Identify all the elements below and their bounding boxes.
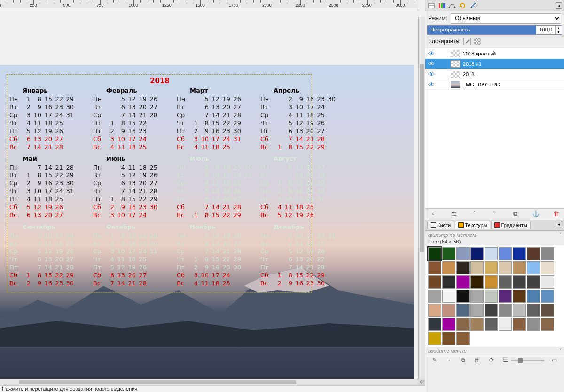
texture-swatch[interactable] xyxy=(456,332,470,345)
enter-tags-dropdown-icon[interactable]: ˅ xyxy=(558,348,561,354)
view-list-icon[interactable]: ☰ xyxy=(502,357,509,364)
texture-swatch[interactable] xyxy=(442,304,455,317)
channels-tab-icon[interactable] xyxy=(438,1,446,10)
delete-layer-icon[interactable]: 🗑 xyxy=(552,210,560,219)
filter-tags-input[interactable]: фильтр по меткам xyxy=(428,232,476,238)
texture-swatch[interactable] xyxy=(485,247,498,260)
texture-swatch[interactable] xyxy=(485,275,498,289)
texture-swatch[interactable] xyxy=(470,304,484,317)
opacity-slider[interactable]: Непрозрачность 100,0 ▲▼ xyxy=(427,25,562,35)
texture-swatch[interactable] xyxy=(456,290,470,303)
texture-swatch[interactable] xyxy=(456,275,470,289)
texture-swatch[interactable] xyxy=(499,261,512,274)
scrollbar-vertical[interactable] xyxy=(418,17,425,379)
texture-swatch[interactable] xyxy=(428,318,441,331)
resource-tab[interactable]: Текстуры xyxy=(455,221,490,229)
texture-swatch[interactable] xyxy=(513,247,526,260)
texture-swatch[interactable] xyxy=(442,318,455,331)
texture-swatch[interactable] xyxy=(470,318,484,331)
anchor-layer-icon[interactable]: ⚓ xyxy=(532,210,540,219)
texture-swatch[interactable] xyxy=(470,247,484,260)
texture-swatch[interactable] xyxy=(499,290,512,303)
texture-swatch[interactable] xyxy=(442,247,455,260)
blend-mode-select[interactable]: Обычный xyxy=(451,13,561,24)
resource-tab[interactable]: Кисти xyxy=(427,221,454,229)
edit-resource-icon[interactable]: ✎ xyxy=(431,357,439,364)
visibility-eye-icon[interactable]: 👁 xyxy=(428,81,436,88)
duplicate-resource-icon[interactable]: ⧉ xyxy=(459,357,467,364)
texture-swatch[interactable] xyxy=(442,261,455,274)
texture-swatch[interactable] xyxy=(527,290,540,303)
texture-swatch[interactable] xyxy=(499,247,512,260)
texture-swatch[interactable] xyxy=(456,247,470,260)
layers-tab-icon[interactable] xyxy=(427,1,436,10)
texture-swatch[interactable] xyxy=(513,290,526,303)
layer-row[interactable]: 👁2018 xyxy=(425,69,564,79)
texture-swatch[interactable] xyxy=(428,275,441,289)
navigation-corner-icon[interactable]: ✥ xyxy=(418,379,425,385)
texture-swatch[interactable] xyxy=(442,332,455,345)
new-layer-icon[interactable]: ▫ xyxy=(429,210,438,219)
texture-swatch[interactable] xyxy=(527,261,540,274)
texture-swatch[interactable] xyxy=(541,275,554,289)
delete-resource-icon[interactable]: 🗑 xyxy=(473,357,481,364)
resource-menu-icon[interactable]: ◂ xyxy=(556,221,562,227)
texture-swatch[interactable] xyxy=(485,290,498,303)
texture-swatch[interactable] xyxy=(499,318,512,331)
lock-alpha-icon[interactable] xyxy=(474,38,481,45)
layer-row[interactable]: 👁2018 красный xyxy=(425,48,564,59)
texture-swatch[interactable] xyxy=(456,318,470,331)
layer-row[interactable]: 👁2018 #1 xyxy=(425,59,564,69)
texture-swatch[interactable] xyxy=(513,318,526,331)
texture-swatch[interactable] xyxy=(470,275,484,289)
texture-swatch[interactable] xyxy=(527,247,540,260)
visibility-eye-icon[interactable]: 👁 xyxy=(428,60,436,68)
texture-swatch[interactable] xyxy=(541,318,554,331)
visibility-eye-icon[interactable]: 👁 xyxy=(428,71,436,78)
scrollbar-horizontal[interactable] xyxy=(0,379,418,385)
texture-swatch[interactable] xyxy=(456,304,470,317)
visibility-eye-icon[interactable]: 👁 xyxy=(428,50,436,57)
dock-menu-icon[interactable]: ◂ xyxy=(556,2,562,9)
texture-swatch[interactable] xyxy=(470,290,484,303)
lock-pixels-icon[interactable] xyxy=(463,38,471,45)
filter-dropdown-icon[interactable]: ˅ xyxy=(558,232,561,238)
brush-tab-icon[interactable] xyxy=(469,1,477,10)
layer-group-icon[interactable]: 🗀 xyxy=(450,210,458,219)
texture-swatch[interactable] xyxy=(485,304,498,317)
open-as-image-icon[interactable]: ▭ xyxy=(551,357,558,364)
lower-layer-icon[interactable]: ˅ xyxy=(491,210,499,219)
texture-swatch[interactable] xyxy=(541,247,554,260)
texture-swatch[interactable] xyxy=(513,261,526,274)
zoom-slider[interactable] xyxy=(511,360,544,361)
texture-swatch[interactable] xyxy=(527,318,540,331)
texture-swatch[interactable] xyxy=(499,275,512,289)
texture-swatch[interactable] xyxy=(541,304,554,317)
texture-swatch[interactable] xyxy=(485,318,498,331)
layer-row[interactable]: 👁_MG_1091.JPG xyxy=(425,79,564,90)
paths-tab-icon[interactable] xyxy=(448,1,456,10)
texture-swatch[interactable] xyxy=(442,275,455,289)
texture-swatch[interactable] xyxy=(442,290,455,303)
texture-swatch[interactable] xyxy=(485,261,498,274)
texture-swatch[interactable] xyxy=(470,261,484,274)
texture-swatch[interactable] xyxy=(428,290,441,303)
texture-swatch[interactable] xyxy=(428,261,441,274)
enter-tags-input[interactable]: введите метки xyxy=(428,348,467,354)
duplicate-layer-icon[interactable]: ⧉ xyxy=(511,210,519,219)
texture-swatch[interactable] xyxy=(541,261,554,274)
canvas-viewport[interactable]: 2018 ЯнварьПн18152229Вт29162330Ср3101724… xyxy=(0,8,425,392)
texture-swatch[interactable] xyxy=(541,290,554,303)
texture-swatch[interactable] xyxy=(456,261,470,274)
refresh-resource-icon[interactable]: ⟳ xyxy=(488,357,495,364)
texture-swatch[interactable] xyxy=(428,247,441,260)
texture-swatch[interactable] xyxy=(513,275,526,289)
texture-swatch[interactable] xyxy=(527,304,540,317)
texture-swatch[interactable] xyxy=(527,275,540,289)
raise-layer-icon[interactable]: ˄ xyxy=(470,210,478,219)
undo-history-tab-icon[interactable] xyxy=(458,1,467,10)
texture-swatch[interactable] xyxy=(428,332,441,345)
new-resource-icon[interactable]: ▫ xyxy=(445,357,453,364)
texture-swatch[interactable] xyxy=(428,304,441,317)
texture-swatch[interactable] xyxy=(513,304,526,317)
